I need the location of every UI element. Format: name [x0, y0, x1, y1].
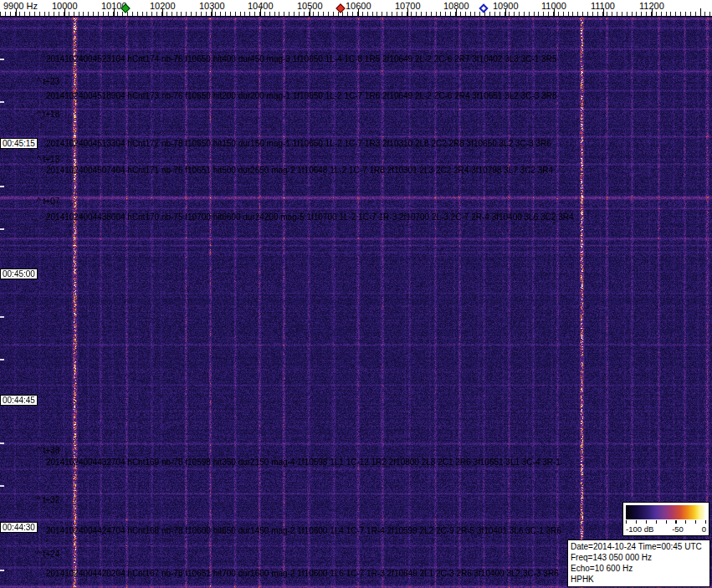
info-echo-frequency: Echo=10 600 Hz: [571, 563, 707, 574]
axis-major-tick: [310, 8, 310, 16]
event-log-line: 20141024004507404 hCnt171 nb-76 f10651 h…: [46, 166, 553, 175]
axis-major-tick: [114, 8, 115, 16]
info-date-time: Date=2014-10-24 Time=00:45 UTC: [571, 541, 707, 552]
axis-minor-ticks: [0, 12, 712, 16]
event-time-marker: ^ t+07: [37, 197, 59, 206]
time-axis-minor-tick: [0, 228, 4, 230]
axis-major-tick: [16, 8, 17, 16]
axis-major-tick: [603, 8, 604, 16]
time-axis-minor-tick: [0, 316, 4, 318]
time-axis-minor-tick: [0, 570, 4, 571]
axis-major-tick: [554, 8, 555, 16]
axis-major-tick: [505, 8, 506, 16]
event-time-marker: ^ t+38: [37, 446, 59, 455]
info-station-code: HPHK: [571, 574, 707, 585]
info-frequency: Freq=143 050 000 Hz: [571, 552, 707, 563]
event-time-marker: ^ t+32: [37, 495, 59, 504]
time-axis-minor-tick: [0, 186, 4, 187]
event-log-line: 20141024004438004 hCnt170 nb-75 f10700 h…: [46, 212, 573, 222]
event-log-line: 20141024004420204 hCnt167 nb-78 f10651 h…: [46, 569, 559, 578]
axis-major-tick: [700, 8, 701, 16]
axis-major-tick: [64, 8, 65, 16]
color-scale-labels: -100 dB -50 0: [626, 524, 706, 534]
spectrogram-waterfall: 00:45:1500:45:0000:44:4500:44:3020141024…: [0, 17, 712, 588]
color-scale-ticks: [626, 520, 706, 524]
event-time-marker: ^ t+13: [37, 155, 59, 164]
spectrogram-app: 9900 Hz100001010010200103001040010500106…: [0, 0, 712, 588]
frequency-axis: 9900 Hz100001010010200103001040010500106…: [0, 0, 712, 17]
freq-axis-label: 9900 Hz: [3, 1, 38, 11]
time-axis-minor-tick: [0, 442, 4, 444]
axis-major-tick: [407, 8, 408, 16]
time-axis-minor-tick: [0, 59, 4, 60]
color-scale-legend: -100 dB -50 0: [622, 502, 709, 536]
time-axis-label: 00:44:45: [0, 395, 38, 406]
event-log-line: 20141024004424704 hCnt168 nb-78 f10600 h…: [46, 526, 561, 535]
axis-major-tick: [260, 8, 261, 16]
event-time-marker: ^ t+23: [37, 77, 59, 86]
event-log-line: 20141024004432704 hCnt169 nb-78 f10598 h…: [46, 458, 561, 467]
time-axis-minor-tick: [0, 359, 4, 360]
time-axis-minor-tick: [0, 485, 4, 487]
event-log-line: 20141024004518904 hCnt173 nb-76 f10650 h…: [46, 91, 556, 100]
axis-major-tick: [358, 8, 359, 16]
legend-mid-label: -50: [672, 524, 684, 534]
axis-major-tick: [652, 8, 653, 16]
axis-major-tick: [162, 8, 163, 16]
legend-min-label: -100 dB: [626, 524, 653, 534]
info-box: Date=2014-10-24 Time=00:45 UTC Freq=143 …: [567, 539, 710, 587]
legend-max-label: 0: [702, 524, 706, 534]
event-log-line: 20141024004523104 hCnt174 nb-76 f10650 h…: [46, 54, 556, 64]
time-axis-label: 00:45:00: [0, 268, 38, 279]
axis-major-tick: [212, 8, 213, 16]
event-time-marker: ^ t+24: [37, 550, 59, 559]
color-scale-gradient: [626, 505, 706, 519]
event-time-marker: ^ t+18: [37, 110, 59, 119]
spectrogram-canvas: [0, 17, 712, 588]
time-axis-label: 00:44:30: [0, 522, 38, 533]
axis-major-tick: [456, 8, 457, 16]
time-axis-label: 00:45:15: [0, 138, 38, 149]
event-log-line: 20141024004513304 hCnt172 nb-78 f10650 h…: [46, 139, 551, 148]
time-axis-minor-tick: [0, 101, 4, 103]
